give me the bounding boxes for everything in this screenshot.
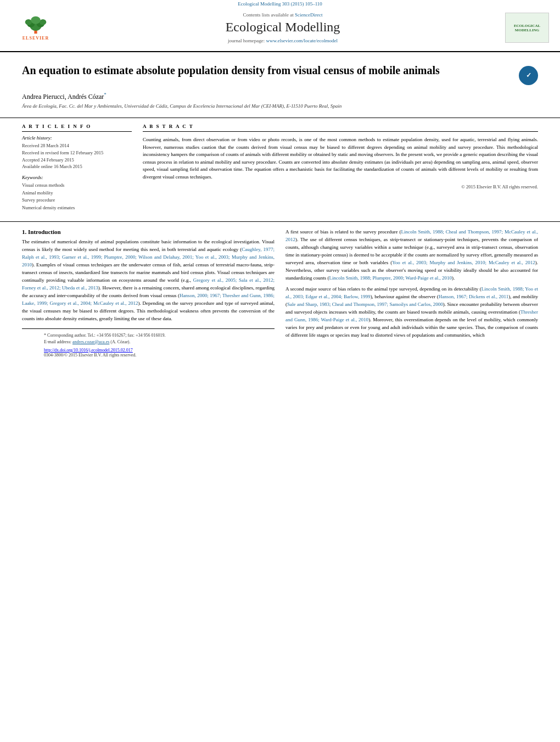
svg-point-4 bbox=[25, 19, 32, 25]
article-header: An equation to estimate absolute populat… bbox=[0, 52, 560, 118]
contents-line: Contents lists available at ScienceDirec… bbox=[60, 12, 505, 18]
main-content: 1. Introduction The estimates of numeric… bbox=[0, 222, 560, 364]
ref-lincolnsmith1: Lincoln Smith, 1988; Cheal and Thompson,… bbox=[285, 229, 538, 242]
keywords-section: Keywords: Visual census methods Animal m… bbox=[22, 175, 132, 211]
svg-point-6 bbox=[31, 16, 41, 24]
elsevier-label: ELSEVIER bbox=[23, 36, 49, 41]
abstract-section: A B S T R A C T Counting animals, from d… bbox=[143, 124, 538, 216]
date-accepted: Accepted 24 February 2015 bbox=[22, 157, 132, 164]
svg-point-5 bbox=[40, 19, 46, 25]
volume-line: Ecological Modelling 303 (2015) 105–110 bbox=[0, 0, 560, 8]
history-label: Article history: bbox=[22, 135, 132, 141]
right-column: A first source of bias is related to the… bbox=[285, 228, 538, 357]
email-link[interactable]: andres.cozar@uca.es bbox=[72, 339, 109, 344]
homepage-line: journal homepage: www.elsevier.com/locat… bbox=[60, 38, 505, 43]
intro-heading: 1. Introduction bbox=[22, 228, 275, 235]
footnote-star: * Corresponding author. Tel.: +34 956 01… bbox=[44, 332, 253, 339]
elsevier-tree-icon bbox=[19, 15, 52, 35]
info-abstract-row: A R T I C L E I N F O Article history: R… bbox=[0, 118, 560, 222]
homepage-link[interactable]: www.elsevier.com/locate/ecolmodel bbox=[266, 38, 338, 43]
and-word: and bbox=[513, 294, 520, 299]
page: Ecological Modelling 303 (2015) 105–110 … bbox=[0, 0, 560, 742]
sciencedirect-link[interactable]: ScienceDirect bbox=[295, 12, 322, 18]
ref-hanson: Hanson, 2000; 1967; Thresher and Gunn, 1… bbox=[22, 293, 275, 306]
footnote-email: E-mail address: andres.cozar@uca.es (A. … bbox=[44, 339, 253, 345]
intro-para-1: The estimates of numerical density of an… bbox=[22, 238, 275, 322]
ref-hanson2: Hanson, 1967; Dickens et al., 2011 bbox=[439, 294, 508, 299]
ref-yoo: Yoo et al., 2003; Murphy and Jenkins, 20… bbox=[392, 260, 535, 265]
elsevier-logo: ELSEVIER bbox=[11, 13, 60, 43]
keyword-4: Numerical density estimates bbox=[22, 204, 132, 212]
doi-link: http://dx.doi.org/10.1016/j.ecolmodel.20… bbox=[44, 348, 253, 353]
ref-sale: Sale and Sharp, 1983; Cheal and Thompson… bbox=[287, 302, 443, 307]
date-online: Available online 16 March 2015 bbox=[22, 163, 132, 170]
right-para-1: A first source of bias is related to the… bbox=[285, 228, 538, 282]
affiliation: Área de Ecología, Fac. Cc. del Mar y Amb… bbox=[22, 103, 538, 109]
article-title: An equation to estimate absolute populat… bbox=[22, 63, 519, 77]
date-revised: Received in revised form 12 February 201… bbox=[22, 149, 132, 157]
abstract-text: Counting animals, from direct observatio… bbox=[143, 136, 538, 181]
journal-main-title: Ecological Modelling bbox=[60, 20, 505, 35]
header-content: ELSEVIER Contents lists available at Sci… bbox=[0, 8, 560, 48]
article-info: A R T I C L E I N F O Article history: R… bbox=[22, 124, 132, 216]
right-para-2: A second major source of bias relates to… bbox=[285, 286, 538, 339]
keywords-label: Keywords: bbox=[22, 175, 132, 180]
journal-title-center: Contents lists available at ScienceDirec… bbox=[60, 12, 505, 43]
ref-thresher: Thresher and Gunn, 1986; Ward-Paige et a… bbox=[285, 309, 538, 322]
article-info-label: A R T I C L E I N F O bbox=[22, 124, 132, 132]
footnote-area: * Corresponding author. Tel.: +34 956 01… bbox=[22, 328, 275, 358]
ref-gregory: Gregory et al., 2005; Sala et al., 2012;… bbox=[22, 277, 275, 291]
keyword-3: Survey procedure bbox=[22, 197, 132, 204]
ref-lincolnsmith2: Lincoln Smith, 1988; Plumptre, 2000; War… bbox=[329, 275, 452, 281]
ref-caughley: Caughley, 1977; Ralph et al., 1993; Garn… bbox=[22, 247, 275, 267]
crossmark-logo: ✓ bbox=[519, 66, 538, 85]
journal-header: Ecological Modelling 303 (2015) 105–110 … bbox=[0, 0, 560, 52]
issn-line: 0304-3800/© 2015 Elsevier B.V. All right… bbox=[44, 353, 253, 358]
left-column: 1. Introduction The estimates of numeric… bbox=[22, 228, 275, 357]
date-received: Received 28 March 2014 bbox=[22, 142, 132, 149]
eco-logo: ECOLOGICAL MODELLING bbox=[505, 13, 549, 43]
authors: Andrea Pierucci, Andrés Cózar* bbox=[22, 92, 538, 101]
article-history: Article history: Received 28 March 2014 … bbox=[22, 135, 132, 170]
keyword-1: Visual census methods bbox=[22, 182, 132, 189]
keyword-2: Animal mobility bbox=[22, 189, 132, 197]
doi-anchor[interactable]: http://dx.doi.org/10.1016/j.ecolmodel.20… bbox=[44, 348, 133, 353]
article-main-title-row: An equation to estimate absolute populat… bbox=[22, 63, 538, 85]
copyright: © 2015 Elsevier B.V. All rights reserved… bbox=[143, 184, 538, 189]
abstract-label: A B S T R A C T bbox=[143, 124, 538, 132]
